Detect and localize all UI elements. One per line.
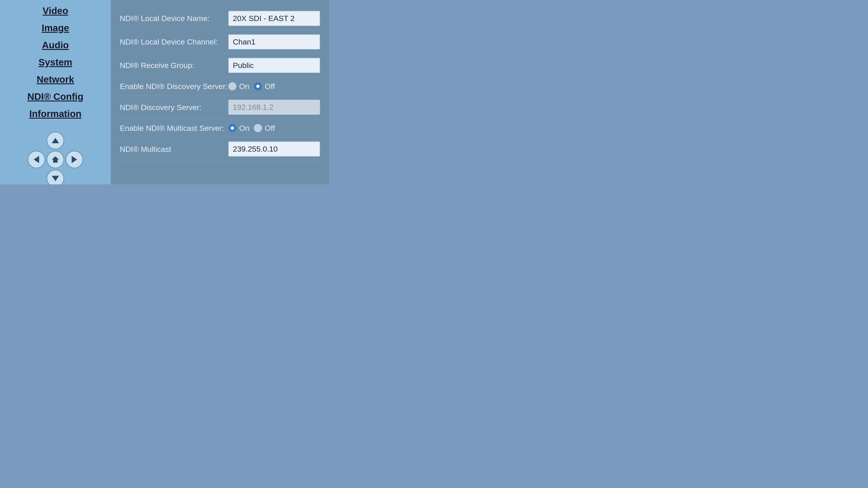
label-ndi-local-device-channel: NDI® Local Device Channel: [120, 37, 228, 47]
radio-label-multicast-off: Off [265, 124, 275, 133]
sidebar-item-ndi-config[interactable]: NDI® Config [0, 88, 111, 105]
sidebar-item-video[interactable]: Video [0, 2, 111, 20]
input-ndi-multicast[interactable] [228, 141, 320, 157]
label-ndi-local-device-name: NDI® Local Device Name: [120, 13, 228, 23]
settings-row-ndi-local-device-channel: NDI® Local Device Channel: [120, 30, 320, 54]
settings-row-ndi-local-device-name: NDI® Local Device Name: [120, 7, 320, 30]
value-enable-multicast-server: On Off [228, 124, 320, 133]
svg-marker-0 [52, 138, 59, 143]
settings-row-enable-multicast-server: Enable NDI® Multicast Server: On Off [120, 119, 320, 137]
sidebar-item-image[interactable]: Image [0, 20, 111, 37]
settings-row-ndi-multicast: NDI® Multicast [120, 137, 320, 161]
label-enable-multicast-server: Enable NDI® Multicast Server: [120, 123, 228, 133]
radio-circle-discovery-off[interactable] [254, 82, 262, 90]
settings-row-ndi-receive-group: NDI® Receive Group: [120, 54, 320, 77]
value-enable-discovery-server: On Off [228, 82, 320, 91]
radio-circle-discovery-on[interactable] [228, 82, 237, 90]
svg-marker-2 [52, 156, 59, 163]
radio-group-enable-multicast-server: On Off [228, 124, 320, 133]
radio-option-multicast-off[interactable]: Off [254, 124, 275, 133]
radio-label-discovery-off: Off [265, 82, 275, 91]
radio-option-discovery-off[interactable]: Off [254, 82, 275, 91]
value-ndi-multicast [228, 141, 320, 157]
settings-row-ndi-discovery-server: NDI® Discovery Server: [120, 96, 320, 119]
sidebar-item-audio[interactable]: Audio [0, 37, 111, 54]
input-ndi-discovery-server[interactable] [228, 100, 320, 115]
nav-arrows [27, 131, 84, 184]
value-ndi-discovery-server [228, 100, 320, 115]
settings-row-enable-discovery-server: Enable NDI® Discovery Server: On Off [120, 77, 320, 96]
sidebar-item-system[interactable]: System [0, 54, 111, 71]
sidebar-item-information[interactable]: Information [0, 105, 111, 123]
nav-right-button[interactable] [66, 151, 83, 168]
label-enable-discovery-server: Enable NDI® Discovery Server: [120, 81, 228, 91]
value-ndi-receive-group [228, 58, 320, 73]
radio-circle-multicast-on[interactable] [228, 124, 237, 132]
svg-marker-1 [34, 156, 39, 163]
nav-home-button[interactable] [46, 151, 64, 168]
radio-option-multicast-on[interactable]: On [228, 124, 249, 133]
nav-down-button[interactable] [46, 170, 64, 184]
nav-left-button[interactable] [28, 151, 45, 168]
value-ndi-local-device-name [228, 11, 320, 26]
radio-label-multicast-on: On [239, 124, 249, 133]
radio-circle-multicast-off[interactable] [254, 124, 262, 132]
input-ndi-local-device-channel[interactable] [228, 34, 320, 50]
sidebar-item-network[interactable]: Network [0, 71, 111, 88]
svg-marker-4 [52, 176, 59, 181]
value-ndi-local-device-channel [228, 34, 320, 50]
sidebar-nav: Video Image Audio System Network NDI® Co… [0, 0, 111, 123]
svg-marker-3 [72, 156, 77, 163]
input-ndi-local-device-name[interactable] [228, 11, 320, 26]
radio-group-enable-discovery-server: On Off [228, 82, 320, 91]
input-ndi-receive-group[interactable] [228, 58, 320, 73]
main-content: NDI® Local Device Name: NDI® Local Devic… [111, 0, 329, 184]
nav-up-button[interactable] [46, 132, 64, 149]
label-ndi-receive-group: NDI® Receive Group: [120, 60, 228, 70]
label-ndi-discovery-server: NDI® Discovery Server: [120, 102, 228, 112]
label-ndi-multicast: NDI® Multicast [120, 144, 228, 154]
radio-label-discovery-on: On [239, 82, 249, 91]
sidebar: Video Image Audio System Network NDI® Co… [0, 0, 111, 184]
radio-option-discovery-on[interactable]: On [228, 82, 249, 91]
